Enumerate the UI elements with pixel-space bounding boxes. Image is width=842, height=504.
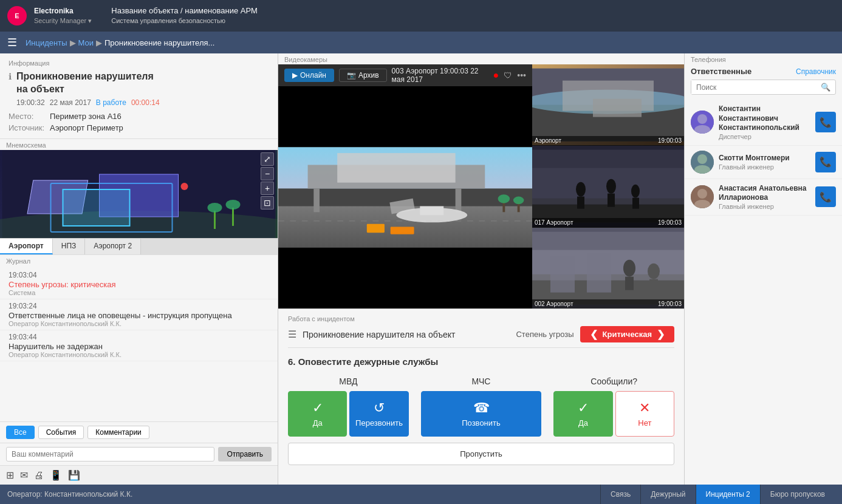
video-thumb-3[interactable]: 002 Аэропорт 19:00:03 [532, 228, 684, 308]
svg-point-47 [623, 259, 635, 276]
action-save-icon[interactable]: 💾 [68, 469, 80, 481]
contact-role-1: Диспетчер [719, 133, 810, 140]
schema-tab-npz[interactable]: НПЗ [53, 239, 86, 254]
check-icon: ✓ [312, 400, 323, 416]
action-print-icon[interactable]: 🖨 [34, 470, 44, 481]
journal-item: 19:03:24 Ответственные лица не оповещены… [0, 299, 278, 330]
svg-point-55 [697, 154, 707, 164]
contact-name-2: Скотти Монтгомери [719, 154, 810, 163]
svg-rect-22 [391, 227, 414, 234]
action-bar: ⊞ ✉ 🖨 📱 💾 [0, 465, 278, 485]
journal-title-3: Нарушитель не задержан [9, 342, 269, 351]
schema-plus-btn[interactable]: + [261, 182, 274, 195]
svg-rect-45 [550, 256, 575, 292]
incident-title: Проникновение нарушителя на объект [16, 70, 160, 96]
video-thumb-1[interactable]: Аэропорт 19:00:03 [532, 64, 684, 145]
service-reported-actions: ✓ Да ✕ Нет [553, 391, 674, 437]
handbook-link[interactable]: Справочник [796, 67, 836, 76]
threat-right-arrow[interactable]: ❯ [657, 329, 665, 340]
reported-no-btn[interactable]: ✕ Нет [615, 391, 674, 437]
video-archive-btn[interactable]: 📷 Архив [339, 69, 387, 82]
brand-name: Electronika [34, 6, 92, 16]
svg-rect-20 [420, 206, 443, 216]
skip-btn[interactable]: Пропустить [288, 443, 674, 465]
info-grid: Место: Периметр зона А16 Источник: Аэроп… [9, 112, 269, 132]
schema-tab-airport2[interactable]: Аэропорт 2 [85, 239, 141, 254]
iw-title: Проникновение нарушителя на объект [303, 330, 510, 339]
right-panel: Телефония Ответственные Справочник 🔍 Кон… [684, 53, 842, 485]
reported-yes-btn[interactable]: ✓ Да [553, 391, 612, 437]
service-mchs-actions: ☎ Позвонить [421, 391, 542, 437]
video-online-btn[interactable]: ▶ Онлайн [284, 69, 334, 82]
info-icon: ℹ [9, 72, 12, 81]
schema-minus-btn[interactable]: − [261, 167, 274, 180]
svg-rect-41 [632, 198, 639, 209]
schema-expand-btn[interactable]: ⤢ [261, 152, 274, 166]
bottom-tab-svyaz[interactable]: Связь [600, 485, 640, 504]
incident-time: 19:00:32 [16, 98, 45, 107]
contact-name-3: Анастасия Анатольевна Илларионова [719, 184, 810, 203]
brand-sub[interactable]: Security Manager ▾ [34, 16, 92, 26]
mchs-call-btn[interactable]: ☎ Позвонить [421, 391, 542, 437]
cross-icon: ✕ [639, 400, 650, 416]
incident-work-label: Работа с инцидентом [288, 315, 674, 322]
iw-menu-icon[interactable]: ☰ [288, 329, 296, 340]
bottom-tab-dezh[interactable]: Дежурный [640, 485, 695, 504]
svg-rect-17 [337, 153, 455, 183]
contact-avatar-2 [691, 151, 714, 174]
video-main-area: ▶ Онлайн 📷 Архив 003 Аэропорт 19:00:03 2… [278, 64, 684, 308]
bottom-tab-passes[interactable]: Бюро пропусков [760, 485, 835, 504]
journal-time-3: 19:03:44 [9, 333, 269, 341]
schema-tab-airport[interactable]: Аэропорт [0, 239, 53, 254]
bottom-tab-incidents[interactable]: Инциденты 2 [696, 485, 760, 504]
contact-item-2: Скотти Монтгомери Главный инженер 📞 [685, 146, 842, 179]
contact-avatar-1 [691, 111, 714, 134]
svg-rect-15 [313, 188, 320, 212]
incident-status: В работе [96, 98, 126, 107]
bottom-operator: Оператор: Константинопольский К.К. [7, 490, 132, 499]
video-thumb-2[interactable]: 017 Аэропорт 19:00:03 [532, 146, 684, 226]
contact-call-btn-3[interactable]: 📞 [815, 186, 836, 207]
center-panel: Видеокамеры ▶ Онлайн 📷 Архив 003 Аэропор… [278, 53, 684, 485]
search-icon: 🔍 [816, 80, 835, 94]
main-layout: Информация ℹ Проникновение нарушителя на… [0, 53, 842, 485]
incident-date: 22 мая 2017 [50, 98, 91, 107]
schema-controls: ⤢ − + ⊡ [261, 152, 274, 209]
breadcrumb-my[interactable]: Мои [78, 38, 94, 47]
comment-input[interactable] [6, 447, 214, 461]
svg-rect-50 [649, 279, 658, 291]
mvd-yes-btn[interactable]: ✓ Да [288, 391, 347, 437]
action-table-icon[interactable]: ⊞ [6, 469, 14, 481]
video-thumb-label-3: 002 Аэропорт 19:00:03 [532, 299, 684, 308]
mvd-recall-btn[interactable]: ↺ Перезвонить [349, 391, 408, 437]
info-section-label: Информация [9, 60, 269, 67]
contact-avatar-3 [691, 185, 714, 208]
contact-call-btn-1[interactable]: 📞 [815, 112, 836, 132]
service-mvd-name: МВД [339, 376, 357, 386]
brand-info: Electronika Security Manager ▾ [34, 6, 92, 26]
video-thumb-label-1: Аэропорт 19:00:03 [532, 136, 684, 145]
menu-icon[interactable]: ☰ [7, 36, 17, 49]
journal-time-2: 19:03:24 [9, 302, 269, 310]
iw-threat-label: Степень угрозы [516, 330, 573, 339]
threat-left-arrow[interactable]: ❮ [590, 329, 598, 340]
contact-call-btn-2[interactable]: 📞 [815, 152, 836, 172]
bottom-bar: Оператор: Константинопольский К.К. Связь… [0, 485, 842, 504]
contact-list: Константин Константинович Константинопол… [685, 100, 842, 485]
check-icon-2: ✓ [578, 400, 589, 416]
contact-info-1: Константин Константинович Константинопол… [719, 104, 810, 140]
filter-all-btn[interactable]: Все [6, 426, 35, 439]
filter-comments-btn[interactable]: Комментарии [87, 426, 149, 439]
bottom-tabs: Связь Дежурный Инциденты 2 Бюро пропуско… [600, 485, 835, 504]
schema-svg [0, 150, 278, 238]
schema-3d-view [0, 150, 278, 238]
search-input[interactable] [691, 80, 816, 94]
action-phone-icon[interactable]: 📱 [50, 469, 62, 481]
action-mail-icon[interactable]: ✉ [20, 469, 28, 481]
breadcrumb-incidents[interactable]: Инциденты [26, 38, 67, 47]
comment-send-btn[interactable]: Отправить [218, 447, 272, 461]
services-row: МВД ✓ Да ↺ Перезвонить МЧС [288, 376, 674, 437]
video-more-btn[interactable]: ••• [517, 70, 526, 80]
schema-fit-btn[interactable]: ⊡ [261, 196, 274, 209]
filter-events-btn[interactable]: События [38, 426, 84, 439]
